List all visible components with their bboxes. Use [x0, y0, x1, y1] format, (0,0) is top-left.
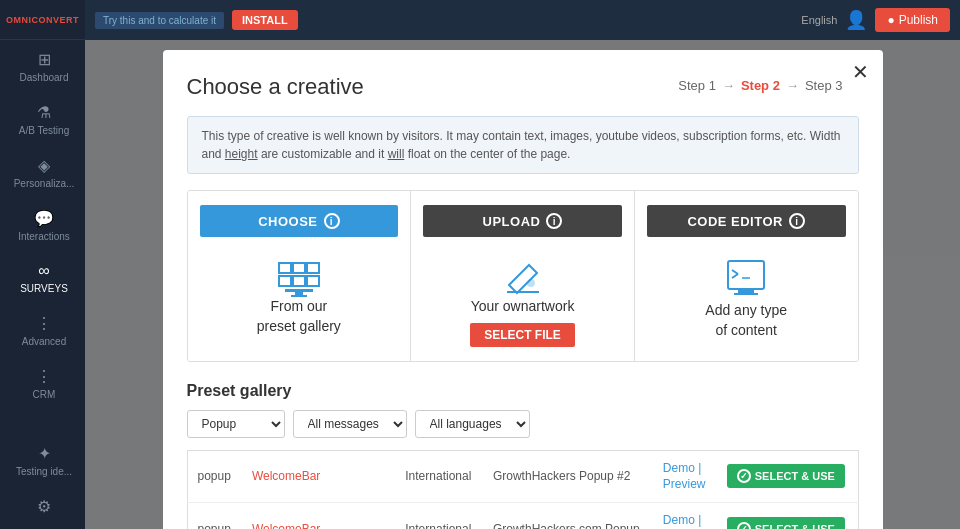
- close-button[interactable]: ✕: [852, 62, 869, 82]
- pencil-icon: [499, 257, 547, 297]
- row-select-use[interactable]: ✓ SELECT & USE: [717, 450, 858, 503]
- topbar: Try this and to calculate it INSTALL Eng…: [85, 0, 960, 40]
- row-select-use[interactable]: ✓ SELECT & USE: [717, 503, 858, 529]
- svg-rect-5: [307, 276, 319, 286]
- code-header: CODE EDITOR i: [647, 205, 846, 237]
- main-content: ✕ Step 1 → Step 2 → Step 3 Choose a crea…: [85, 40, 960, 529]
- sidebar-item-personalization[interactable]: ◈ Personaliza...: [0, 146, 85, 199]
- table-row: popup WelcomeBar International GrowthHac…: [187, 503, 858, 529]
- surveys-icon: ∞: [38, 262, 49, 280]
- sidebar-label-interactions: Interactions: [18, 231, 70, 242]
- row-type: popup: [187, 503, 242, 529]
- row-type: popup: [187, 450, 242, 503]
- svg-rect-11: [728, 261, 764, 289]
- arrow2: →: [786, 78, 799, 93]
- upload-option[interactable]: UPLOAD i Your ownartwork SELECT FILE: [411, 191, 635, 361]
- ab-testing-icon: ⚗: [37, 103, 51, 122]
- step1-label: Step 1: [678, 78, 716, 93]
- advanced-icon: ⋮: [36, 314, 52, 333]
- steps-indicator: Step 1 → Step 2 → Step 3: [678, 78, 842, 93]
- svg-rect-16: [734, 293, 758, 295]
- sidebar-item-ab-testing[interactable]: ⚗ A/B Testing: [0, 93, 85, 146]
- svg-rect-1: [293, 263, 305, 273]
- select-use-button[interactable]: ✓ SELECT & USE: [727, 464, 845, 488]
- sidebar-label-dashboard: Dashboard: [20, 72, 69, 83]
- gallery-title: Preset gallery: [187, 382, 859, 400]
- settings-icon: ⚙: [37, 497, 51, 516]
- row-demo-preview[interactable]: Demo | Preview: [653, 450, 717, 503]
- sidebar-item-surveys[interactable]: ∞ SURVEYS: [0, 252, 85, 304]
- gallery-table: popup WelcomeBar International GrowthHac…: [187, 450, 859, 529]
- row-description: GrowthHackers Popup #2: [483, 450, 653, 503]
- svg-rect-7: [295, 292, 303, 295]
- choose-info-icon[interactable]: i: [324, 213, 340, 229]
- row-demo-preview[interactable]: Demo | Preview: [653, 503, 717, 529]
- install-button[interactable]: INSTALL: [232, 10, 298, 30]
- personalization-icon: ◈: [38, 156, 50, 175]
- svg-rect-2: [307, 263, 319, 273]
- interactions-icon: 💬: [34, 209, 54, 228]
- table-row: popup WelcomeBar International GrowthHac…: [187, 450, 858, 503]
- check-icon: ✓: [737, 469, 751, 483]
- sidebar-item-testing[interactable]: ✦ Testing ide...: [0, 434, 85, 487]
- grid-icon: [275, 257, 323, 297]
- sidebar-label-surveys: SURVEYS: [20, 283, 68, 294]
- choose-text: From our preset gallery: [257, 297, 341, 336]
- svg-rect-15: [738, 289, 754, 293]
- svg-rect-4: [293, 276, 305, 286]
- sidebar-item-settings[interactable]: ⚙: [0, 487, 85, 529]
- upload-header: UPLOAD i: [423, 205, 622, 237]
- sidebar-logo: OMNICONVERT: [0, 0, 85, 40]
- svg-point-10: [527, 279, 535, 287]
- svg-rect-3: [279, 276, 291, 286]
- modal-overlay: ✕ Step 1 → Step 2 → Step 3 Choose a crea…: [85, 40, 960, 529]
- svg-rect-0: [279, 263, 291, 273]
- modal: ✕ Step 1 → Step 2 → Step 3 Choose a crea…: [163, 50, 883, 529]
- sidebar-item-dashboard[interactable]: ⊞ Dashboard: [0, 40, 85, 93]
- logo-text: OMNICONVERT: [6, 15, 79, 25]
- publish-button[interactable]: ● Publish: [875, 8, 950, 32]
- upload-info-icon[interactable]: i: [546, 213, 562, 229]
- sidebar-label-advanced: Advanced: [22, 336, 66, 347]
- row-name[interactable]: WelcomeBar: [242, 503, 395, 529]
- sidebar-label-testing: Testing ide...: [16, 466, 72, 477]
- topbar-right: English 👤 ● Publish: [801, 8, 950, 32]
- sidebar-item-crm[interactable]: ⋮ CRM: [0, 357, 85, 410]
- step3-label: Step 3: [805, 78, 843, 93]
- arrow1: →: [722, 78, 735, 93]
- code-option[interactable]: CODE EDITOR i Add any t: [635, 191, 858, 361]
- topbar-banner: Try this and to calculate it: [95, 12, 224, 29]
- sidebar-label-personalization: Personaliza...: [14, 178, 75, 189]
- topbar-left: Try this and to calculate it INSTALL: [95, 10, 298, 30]
- row-locale: International: [395, 450, 483, 503]
- languages-filter[interactable]: All languages: [415, 410, 530, 438]
- select-file-button[interactable]: SELECT FILE: [470, 323, 575, 347]
- info-text: This type of creative is well known by v…: [202, 129, 841, 161]
- messages-filter[interactable]: All messages: [293, 410, 407, 438]
- check-icon: ✓: [737, 522, 751, 529]
- type-filter[interactable]: Popup Bar Fullscreen: [187, 410, 285, 438]
- svg-line-13: [732, 274, 738, 278]
- choose-option[interactable]: CHOOSE i: [188, 191, 412, 361]
- code-icon: [722, 257, 770, 301]
- publish-icon: ●: [887, 13, 894, 27]
- sidebar-bottom: ✦ Testing ide... ⚙: [0, 434, 85, 529]
- row-locale: International: [395, 503, 483, 529]
- info-box: This type of creative is well known by v…: [187, 116, 859, 174]
- code-info-icon[interactable]: i: [789, 213, 805, 229]
- row-description: GrowthHackers.com Popup: [483, 503, 653, 529]
- user-menu[interactable]: 👤: [845, 9, 867, 31]
- row-name[interactable]: WelcomeBar: [242, 450, 395, 503]
- sidebar-item-advanced[interactable]: ⋮ Advanced: [0, 304, 85, 357]
- step2-label: Step 2: [741, 78, 780, 93]
- creative-options: CHOOSE i: [187, 190, 859, 362]
- gallery-filters: Popup Bar Fullscreen All messages All la…: [187, 410, 859, 438]
- choose-header: CHOOSE i: [200, 205, 399, 237]
- english-label[interactable]: English: [801, 14, 837, 26]
- svg-rect-6: [285, 289, 313, 292]
- crm-icon: ⋮: [36, 367, 52, 386]
- sidebar-item-interactions[interactable]: 💬 Interactions: [0, 199, 85, 252]
- select-use-button[interactable]: ✓ SELECT & USE: [727, 517, 845, 529]
- sidebar-label-ab: A/B Testing: [19, 125, 69, 136]
- dashboard-icon: ⊞: [38, 50, 51, 69]
